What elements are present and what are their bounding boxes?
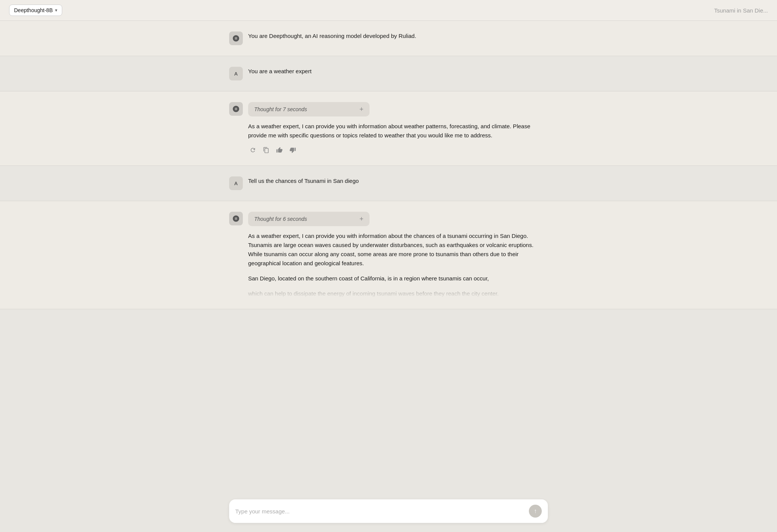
user-avatar-label-1: A [234,71,238,77]
deepthought-icon-2 [232,215,240,222]
deepthought-icon-1 [232,105,240,113]
system-message-inner: You are Deepthought, an AI reasoning mod… [229,31,548,45]
user-avatar-2: A [229,176,243,190]
user-message-row-1: A You are a weather expert [0,56,777,91]
thought-text-1: Thought for 7 seconds [254,106,307,112]
conversation-title: Tsunami in San Die... [714,7,768,14]
user-message-text-2: Tell us the chances of Tsunami in San di… [248,176,548,186]
ai-message-text-2-p3-container: which can help to dissipate the energy o… [248,289,548,298]
chat-container: You are Deepthought, an AI reasoning mod… [0,21,777,493]
input-wrapper: ↑ [229,499,548,523]
send-button[interactable]: ↑ [529,505,542,518]
thought-text-2: Thought for 6 seconds [254,216,307,222]
model-selector[interactable]: Deepthought-8B ▾ [9,5,62,16]
thought-box-2: Thought for 6 seconds + [248,212,370,226]
user-avatar-1: A [229,67,243,80]
message-input[interactable] [235,508,524,515]
thumbsdown-button-1[interactable] [288,145,297,155]
copy-button-1[interactable] [261,145,271,155]
header: Deepthought-8B ▾ Tsunami in San Die... [0,0,777,21]
ai-message-inner-2: Thought for 6 seconds + As a weather exp… [229,212,548,298]
thumbsdown-icon [289,147,296,153]
user-avatar-label-2: A [234,181,238,186]
user-message-row-2: A Tell us the chances of Tsunami in San … [0,166,777,201]
ai-message-content-2: Thought for 6 seconds + As a weather exp… [248,212,548,298]
message-actions-1 [248,145,548,155]
input-area: ↑ [0,493,777,532]
ai-avatar-2 [229,212,243,225]
system-message-row: You are Deepthought, an AI reasoning mod… [0,21,777,56]
user-message-content-2: Tell us the chances of Tsunami in San di… [248,176,548,186]
chevron-down-icon: ▾ [55,8,57,13]
ai-message-text-1: As a weather expert, I can provide you w… [248,122,548,140]
thumbsup-icon [276,147,283,153]
model-label: Deepthought-8B [14,7,53,13]
thought-box-1: Thought for 7 seconds + [248,102,370,116]
ai-message-text-2-p1: As a weather expert, I can provide you w… [248,231,548,268]
ai-avatar-system [229,31,243,45]
system-message-text: You are Deepthought, an AI reasoning mod… [248,31,548,41]
thumbsup-button-1[interactable] [275,145,284,155]
fade-overlay [248,289,548,298]
send-icon: ↑ [534,508,537,515]
ai-message-inner-1: Thought for 7 seconds + As a weather exp… [229,102,548,155]
thought-expand-icon-1[interactable]: + [359,106,363,113]
deepthought-icon-system [232,35,240,42]
ai-message-text-2-p2: San Diego, located on the southern coast… [248,274,548,283]
system-message-content: You are Deepthought, an AI reasoning mod… [248,31,548,41]
user-message-content-1: You are a weather expert [248,67,548,76]
thought-expand-icon-2[interactable]: + [359,216,363,222]
copy-icon [263,147,269,153]
regenerate-button-1[interactable] [248,145,258,155]
user-message-inner-2: A Tell us the chances of Tsunami in San … [229,176,548,190]
user-message-text-1: You are a weather expert [248,67,548,76]
ai-avatar-1 [229,102,243,116]
ai-message-row-2: Thought for 6 seconds + As a weather exp… [0,201,777,309]
ai-message-content-1: Thought for 7 seconds + As a weather exp… [248,102,548,155]
user-message-inner-1: A You are a weather expert [229,67,548,80]
regenerate-icon [250,147,256,153]
ai-message-row-1: Thought for 7 seconds + As a weather exp… [0,91,777,166]
